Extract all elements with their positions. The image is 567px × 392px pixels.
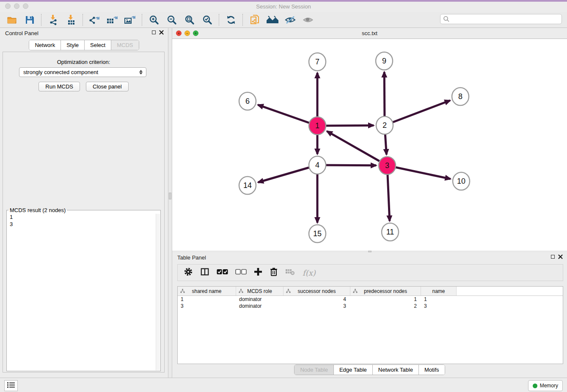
export-table-button[interactable] [107,14,118,26]
table-row[interactable]: 3dominator323 [178,303,563,309]
edge-2-8[interactable] [385,100,450,125]
run-mcds-button[interactable]: Run MCDS [39,82,80,91]
deselect-all-columns-button[interactable] [235,269,247,276]
tab-edge-table[interactable]: Edge Table [333,365,372,375]
float-panel-icon[interactable] [152,30,156,34]
search-icon [443,16,450,24]
node-14[interactable]: 14 [239,177,256,194]
node-label: 10 [457,177,465,185]
node-9[interactable]: 9 [376,52,393,70]
hierarchy-icon [180,289,185,295]
criterion-dropdown[interactable]: strongly connected component [19,67,146,77]
network-document-button[interactable] [249,14,261,26]
node-4[interactable]: 4 [309,156,326,174]
table-cell: 1 [178,296,236,303]
import-table-icon [66,14,77,25]
function-builder-button[interactable]: f(x) [303,268,316,277]
table-cell: 3 [421,303,457,309]
tab-network-table[interactable]: Network Table [372,365,418,375]
plus-icon [254,268,262,278]
edge-3-1[interactable] [327,131,387,166]
node-label: 1 [315,121,319,130]
save-session-button[interactable] [24,14,36,26]
node-6[interactable]: 6 [239,92,256,110]
select-all-columns-button[interactable] [217,269,228,276]
control-panel-header: Control Panel [0,28,168,39]
column-header-name[interactable]: name [421,287,457,295]
mcds-result-box: MCDS result (2 nodes) 13 [6,207,161,371]
export-network-button[interactable] [89,14,101,26]
window-title: Session: New Session [0,3,567,10]
refresh-view-button[interactable] [225,14,237,26]
window-titlebar: Session: New Session [0,0,567,12]
tab-select[interactable]: Select [84,40,111,50]
tab-node-table[interactable]: Node Table [295,365,333,375]
toolbar-separator [142,14,143,26]
network-canvas[interactable]: 7968124314101511 [172,39,567,251]
show-all-button[interactable] [302,14,314,26]
zoom-out-button[interactable] [166,14,178,26]
edge-3-10[interactable] [387,166,451,179]
zoom-fit-button[interactable] [184,14,195,26]
memory-label: Memory [540,383,558,389]
dropdown-stepper-icon [137,70,146,75]
table-row[interactable]: 1dominator411 [178,296,563,303]
unchecked-boxes-icon [235,269,247,276]
zoom-fit-icon [184,14,195,25]
node-1[interactable]: 1 [309,117,326,135]
column-label: MCDS role [247,288,272,294]
search-input[interactable] [440,14,562,24]
close-panel-icon[interactable] [558,254,563,259]
edge-4-14[interactable] [258,165,317,182]
tab-style[interactable]: Style [61,40,84,50]
home-view-button[interactable] [267,14,278,26]
edge-1-6[interactable] [258,105,317,126]
open-session-button[interactable] [6,14,18,26]
node-3[interactable]: 3 [379,157,396,174]
delete-table-button[interactable] [285,268,295,277]
column-header-successor-nodes[interactable]: successor nodes [284,287,350,295]
close-panel-button[interactable]: Close panel [86,82,129,91]
create-column-button[interactable] [254,268,262,278]
table-panel-title: Table Panel [177,254,206,261]
close-panel-icon[interactable] [159,30,164,35]
import-network-button[interactable] [47,14,59,26]
checked-boxes-icon [217,269,228,276]
node-15[interactable]: 15 [309,225,326,243]
import-table-button[interactable] [65,14,77,26]
table-panel-header: Table Panel [172,252,567,263]
panel-splitter-vertical[interactable] [168,28,172,378]
split-columns-icon [200,267,209,278]
export-image-button[interactable] [124,14,136,26]
network-window: × − + scc.txt 79681243141015 [172,28,567,251]
control-panel-title: Control Panel [5,30,39,36]
tab-network[interactable]: Network [29,40,61,50]
zoom-out-icon [166,14,177,25]
column-header-predecessor-nodes[interactable]: predecessor nodes [350,287,421,295]
memory-button[interactable]: Memory [528,380,563,391]
tab-mcds[interactable]: MCDS [111,40,138,50]
node-7[interactable]: 7 [309,53,326,71]
column-header-mcds-role[interactable]: MCDS role [236,287,284,295]
hide-selected-button[interactable] [284,14,296,26]
tab-motifs[interactable]: Motifs [418,365,445,375]
zoom-in-button[interactable] [148,14,160,26]
titlebar-accent-strip [0,0,567,2]
splitter-grip[interactable] [169,193,171,199]
column-header-shared-name[interactable]: shared name [178,287,236,295]
zoom-selected-button[interactable] [201,14,213,26]
node-10[interactable]: 10 [453,172,470,190]
eye-icon [302,14,314,25]
node-8[interactable]: 8 [452,88,469,105]
result-scrollbar[interactable] [156,214,160,370]
node-2[interactable]: 2 [376,116,393,134]
float-panel-icon[interactable] [551,255,555,259]
table-options-button[interactable] [184,267,193,278]
delete-columns-button[interactable] [270,267,278,278]
node-11[interactable]: 11 [382,223,399,241]
control-panel-tabs: NetworkStyleSelectMCDS [29,40,139,50]
column-label: name [432,288,445,294]
show-column-panel-button[interactable] [200,267,209,278]
mcds-panel-body: Optimization criterion: strongly connect… [3,52,165,373]
task-history-button[interactable] [4,380,18,391]
